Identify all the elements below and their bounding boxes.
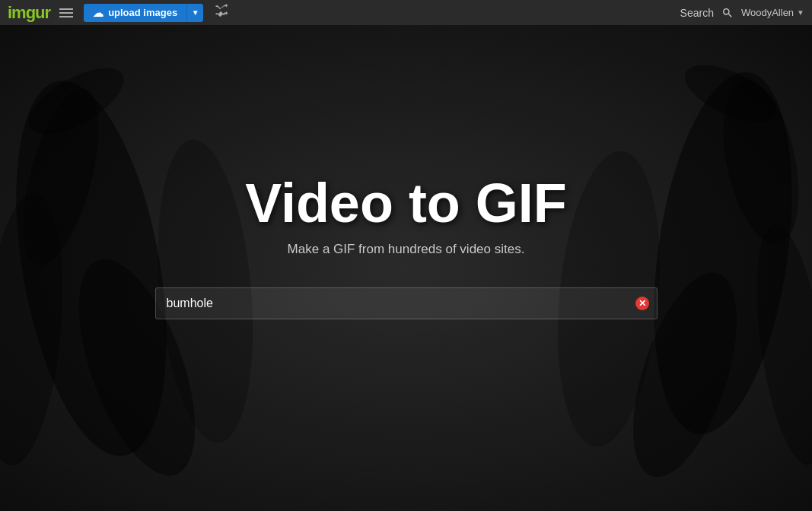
clear-input-button[interactable]: ✕ — [635, 296, 650, 311]
user-menu-button[interactable]: WoodyAllen ▼ — [741, 7, 804, 18]
main-content: Video to GIF Make a GIF from hundreds of… — [0, 25, 812, 511]
hamburger-line — [59, 8, 73, 10]
hero-content: Video to GIF Make a GIF from hundreds of… — [0, 25, 812, 511]
hamburger-line — [59, 16, 73, 17]
upload-button-label: upload images — [108, 7, 177, 18]
clear-icon: ✕ — [635, 297, 649, 310]
search-label: Search — [680, 7, 714, 19]
nav-right: Search WoodyAllen ▼ — [680, 5, 804, 21]
search-icon — [721, 7, 734, 19]
upload-dropdown-button[interactable]: ▼ — [186, 4, 203, 22]
url-input-container: ✕ — [155, 287, 658, 319]
hamburger-line — [59, 12, 73, 14]
upload-button[interactable]: ☁ upload images — [84, 4, 186, 22]
user-chevron-icon: ▼ — [797, 8, 804, 17]
navbar: imgur ☁ upload images ▼ Search WoodyAlle… — [0, 0, 812, 25]
imgur-logo[interactable]: imgur — [8, 3, 50, 23]
shuffle-button[interactable] — [211, 0, 232, 25]
chevron-down-icon: ▼ — [192, 8, 199, 17]
page-subtitle: Make a GIF from hundreds of video sites. — [288, 242, 525, 257]
shuffle-icon — [214, 3, 229, 18]
page-title: Video to GIF — [245, 172, 567, 234]
cloud-upload-icon: ☁ — [93, 7, 103, 19]
search-button[interactable] — [720, 5, 735, 21]
video-url-input[interactable] — [155, 287, 658, 319]
username-label: WoodyAllen — [741, 7, 794, 18]
hamburger-button[interactable] — [56, 5, 76, 21]
